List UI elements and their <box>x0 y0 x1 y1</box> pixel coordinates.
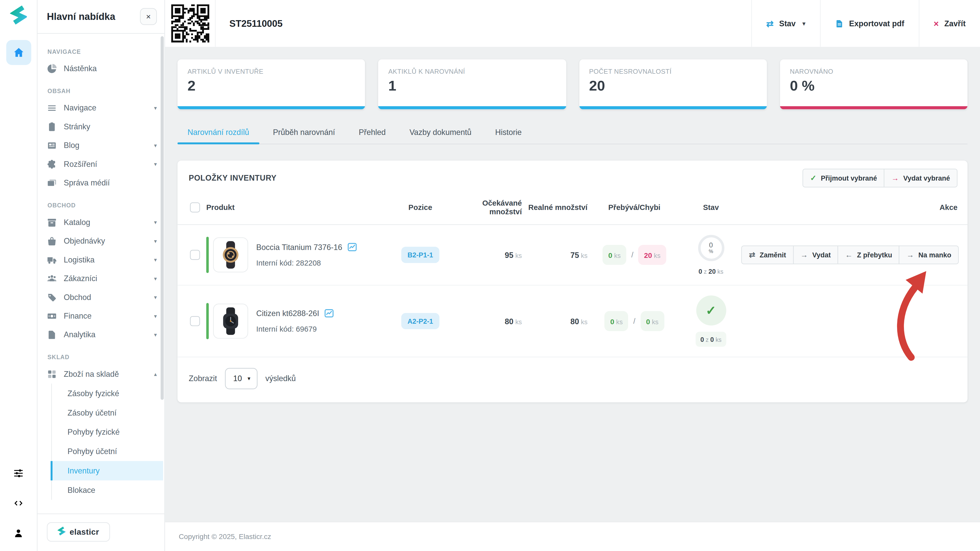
row-action-na-manko[interactable]: →Na manko <box>899 245 959 264</box>
bulk-action-prijmout-vybrane[interactable]: ✓Přijmout vybrané <box>803 168 885 187</box>
truck-icon <box>47 255 57 265</box>
sidebar-subitem-zasoby-ucetni[interactable]: Zásoby účetní <box>51 403 163 422</box>
position-badge: A2-P2-1 <box>401 313 439 329</box>
sidebar-item-analytika[interactable]: Analytika▾ <box>47 326 157 344</box>
sidebar-item-label: Nástěnka <box>64 64 97 73</box>
bulk-action-vydat-vybrane[interactable]: →Vydat vybrané <box>884 168 957 187</box>
close-icon: × <box>934 19 939 28</box>
tab-narovnani-rozdilu[interactable]: Narovnání rozdílů <box>186 122 250 144</box>
progress-text: 0 z 0 ks <box>695 332 727 347</box>
sidebar-item-label: Navigace <box>64 104 97 113</box>
select-all-checkbox[interactable] <box>190 202 200 212</box>
media-icon <box>47 178 57 188</box>
sidebar-subitem-pohyby-ucetni[interactable]: Pohyby účetní <box>51 441 163 461</box>
header-action-label: Zavřít <box>944 19 966 28</box>
sidebar-subitem-inventury[interactable]: Inventury <box>51 461 163 480</box>
position-badge: B2-P1-1 <box>401 247 439 263</box>
header-action-label: Exportovat pdf <box>849 19 904 28</box>
product-internal-code: Interní kód: 282208 <box>256 259 356 267</box>
sidebar-item-zakaznici[interactable]: Zákazníci▾ <box>47 269 157 288</box>
sidebar-item-stranky[interactable]: Stránky <box>47 118 157 136</box>
sidebar-item-sprava-medii[interactable]: Správa médií <box>47 174 157 192</box>
sidebar-item-objednavky[interactable]: Objednávky▾ <box>47 232 157 251</box>
product-cell: Boccia Titanium 7376-16Interní kód: 2822… <box>206 237 387 273</box>
person-icon <box>13 528 24 538</box>
chevron-down-icon: ▾ <box>154 257 157 263</box>
panel-title: POLOŽKY INVENTURY <box>189 174 277 183</box>
arrow-left-icon: ← <box>845 251 853 259</box>
newspaper-icon <box>47 141 57 151</box>
chevron-down-icon: ▾ <box>154 276 157 281</box>
row-action-z-prebytku[interactable]: ←Z přebytku <box>838 245 900 264</box>
row-checkbox[interactable] <box>190 316 200 326</box>
sidebar-title: Hlavní nabídka <box>47 11 140 22</box>
tab-historie[interactable]: Historie <box>494 122 523 144</box>
header-action-stav[interactable]: ⇄Stav▾ <box>751 0 820 47</box>
sidebar-close-button[interactable]: × <box>140 8 157 25</box>
surplus-missing-cell: 0ks/20ks <box>587 245 681 265</box>
sidebar-item-katalog[interactable]: Katalog▾ <box>47 213 157 232</box>
stat-card-accent-bar <box>178 106 365 109</box>
surplus-pill: 0ks <box>603 245 626 265</box>
sidebar-item-obchod[interactable]: Obchod▾ <box>47 288 157 306</box>
row-action-label: Vydat <box>812 251 831 259</box>
nav-section-label: OBCHOD <box>48 202 157 209</box>
puzzle-icon <box>47 159 57 169</box>
chart-line-icon[interactable] <box>347 242 357 252</box>
table-body: Boccia Titanium 7376-16Interní kód: 2822… <box>178 225 968 357</box>
archive-icon <box>47 218 57 227</box>
sidebar-item-label: Zákazníci <box>64 274 97 283</box>
sidebar-item-label: Katalog <box>64 218 90 227</box>
table-row: Boccia Titanium 7376-16Interní kód: 2822… <box>178 225 968 286</box>
row-action-label: Z přebytku <box>857 251 892 259</box>
product-image <box>213 303 248 338</box>
boxes-icon <box>47 369 57 379</box>
stat-card-label: ARTIKLŮ V INVENTUŘE <box>188 67 355 75</box>
surplus-missing-cell: 0ks/0ks <box>587 311 681 331</box>
row-action-zamenit[interactable]: ⇄Zaměnit <box>741 245 794 264</box>
elasticr-logo-icon <box>10 6 27 29</box>
sidebar-item-rozsireni[interactable]: Rozšíření▾ <box>47 155 157 173</box>
rail-home-button[interactable] <box>6 40 31 65</box>
product-cell: Citizen kt6288-26IInterní kód: 69679 <box>206 303 387 339</box>
chart-line-icon[interactable] <box>324 309 334 318</box>
row-action-vydat[interactable]: →Vydat <box>793 245 838 264</box>
product-image <box>213 238 248 272</box>
sidebar-item-zbozi-na-sklade[interactable]: Zboží na skladě▴ <box>47 365 157 383</box>
sidebar-item-blog[interactable]: Blog▾ <box>47 136 157 155</box>
sidebar-item-logistika[interactable]: Logistika▾ <box>47 251 157 269</box>
chevron-down-icon: ▾ <box>154 105 157 111</box>
row-status-bar <box>206 303 209 339</box>
tab-vazby-dokumentu[interactable]: Vazby dokumentů <box>408 122 473 144</box>
main-area: ST25110005 ⇄Stav▾Exportovat pdf×Zavřít A… <box>165 0 980 551</box>
product-info: Boccia Titanium 7376-16Interní kód: 2822… <box>256 242 356 267</box>
sidebar-subitem-pohyby-fyzicke[interactable]: Pohyby fyzické <box>51 422 163 442</box>
column-header-akce: Akce <box>741 203 967 212</box>
money-icon <box>47 311 57 321</box>
topbar: ST25110005 ⇄Stav▾Exportovat pdf×Zavřít <box>165 0 980 47</box>
rail-code-button[interactable] <box>13 498 24 511</box>
header-action-zavrit[interactable]: ×Zavřít <box>918 0 980 47</box>
sidebar-item-nastenka[interactable]: Nástěnka <box>47 59 157 78</box>
pie-chart-icon <box>47 64 57 74</box>
rail-sliders-button[interactable] <box>13 468 24 481</box>
page-size-select[interactable]: 10 ▾ <box>225 368 257 389</box>
sidebar-item-label: Blog <box>64 141 80 150</box>
expected-quantity: 80ks <box>453 316 522 327</box>
sidebar-scrollbar[interactable] <box>161 36 164 400</box>
row-checkbox[interactable] <box>190 250 200 260</box>
sidebar-item-navigace[interactable]: Navigace▾ <box>47 99 157 118</box>
product-info: Citizen kt6288-26IInterní kód: 69679 <box>256 309 334 333</box>
clipboard-icon <box>47 122 57 132</box>
chevron-down-icon: ▾ <box>154 238 157 244</box>
tab-prubeh-narovnani[interactable]: Průběh narovnání <box>272 122 336 144</box>
sidebar-item-finance[interactable]: Finance▾ <box>47 306 157 325</box>
sidebar-nav: NAVIGACENástěnkaOBSAHNavigace▾StránkyBlo… <box>38 34 164 513</box>
rail-person-button[interactable] <box>13 528 24 541</box>
sidebar-subitem-zasoby-fyzicke[interactable]: Zásoby fyzické <box>51 384 163 403</box>
sidebar-subitem-blokace[interactable]: Blokace <box>51 480 163 500</box>
sidebar-item-label: Zboží na skladě <box>64 370 119 379</box>
tab-prehled[interactable]: Přehled <box>358 122 387 144</box>
header-action-exportovat-pdf[interactable]: Exportovat pdf <box>820 0 918 47</box>
sidebar-footer: elasticr <box>38 513 164 551</box>
